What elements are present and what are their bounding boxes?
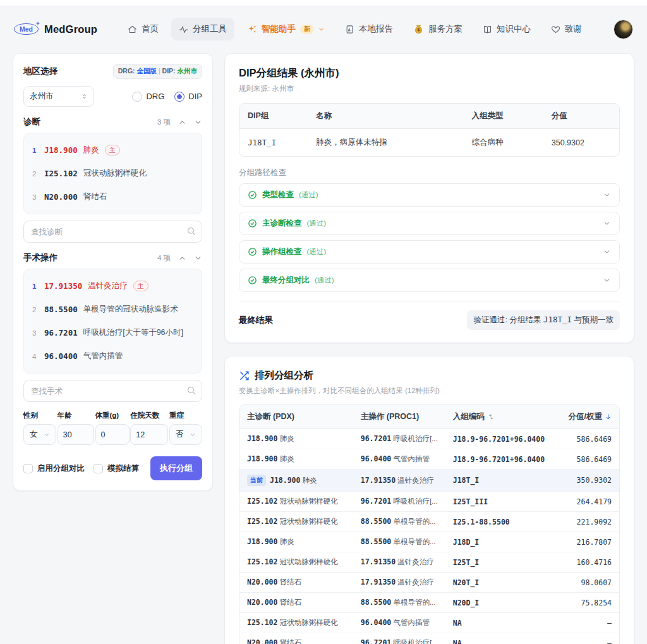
permutation-row[interactable]: 当前J18.900 肺炎 17.91350 温针灸治疗 J18T_I 350.9…: [239, 470, 619, 492]
proc-code: 88.5500: [361, 598, 391, 607]
simulate-settlement-checkbox[interactable]: 模拟结算: [94, 463, 139, 474]
check-item-operation-group[interactable]: 操作组检查 (通过): [239, 240, 620, 264]
check-circle-icon: [248, 247, 257, 257]
nav-item-local-report[interactable]: 本地报告: [337, 18, 401, 40]
permutation-row[interactable]: I25.102 冠状动脉粥样硬化 96.0400 气管内插管 NA –: [239, 613, 619, 633]
operations-section-title: 手术操作: [23, 252, 57, 264]
operation-code: 17.91350: [44, 281, 82, 291]
money-bag-icon: $: [413, 24, 424, 35]
group-code: NA: [453, 619, 462, 628]
select-updown-icon: [81, 93, 88, 100]
col-header-group-code[interactable]: 入组编码: [445, 405, 555, 429]
col-header-name: 名称: [308, 104, 463, 129]
permutation-row[interactable]: N20.000 肾结石 17.91350 温针灸治疗 N20T_I 98.060…: [239, 573, 619, 593]
diagnosis-section-title: 诊断: [23, 116, 40, 128]
collapse-down-icon[interactable]: [194, 118, 202, 126]
enable-compare-checkbox[interactable]: 启用分组对比: [23, 463, 85, 474]
check-item-final-compare[interactable]: 最终分组对比 (通过): [239, 269, 620, 292]
item-number: 1: [32, 283, 39, 290]
gender-value: 女: [30, 429, 38, 440]
severe-select[interactable]: 否: [169, 424, 202, 445]
nav-item-knowledge-center[interactable]: 知识中心: [475, 18, 538, 40]
svg-text:$: $: [417, 27, 420, 32]
group-code: J18T_I: [453, 476, 480, 485]
group-code: N20T_I: [453, 578, 480, 587]
permutation-row[interactable]: N20.000 肾结石 96.7201 呼吸机治疗[... NA –: [239, 633, 619, 644]
proc-code: 17.91350: [361, 476, 396, 485]
nav-item-service-plan[interactable]: $ 服务方案: [406, 18, 470, 40]
final-badge-code: J18T_I: [543, 315, 572, 324]
check-item-type[interactable]: 类型检查 (通过): [239, 183, 620, 207]
pdx-code: J18.900: [247, 454, 277, 463]
heart-icon: [551, 25, 560, 34]
diagnosis-search-input[interactable]: [23, 221, 202, 243]
medgroup-logo-icon: Med: [14, 23, 39, 35]
diagnosis-item[interactable]: 3 N20.000 肾结石: [32, 185, 193, 209]
item-number: 1: [32, 147, 39, 154]
nav-item-ai-assistant[interactable]: 智能助手 新: [239, 18, 332, 40]
permutation-row[interactable]: I25.102 冠状动脉粥样硬化 96.7201 呼吸机治疗[... I25T_…: [239, 492, 619, 512]
brand-name: MedGroup: [44, 23, 97, 35]
proc-code: 96.0400: [361, 618, 391, 627]
nav-item-grouping-tool[interactable]: 分组工具: [171, 18, 234, 40]
pdx-code: J18.900: [247, 537, 277, 546]
pdx-name: 肺炎: [280, 435, 294, 442]
rule-version-badge: DRG: 全国版 | DIP: 永州市: [113, 64, 202, 79]
age-field[interactable]: [57, 424, 94, 445]
operation-item[interactable]: 4 96.0400 气管内插管: [32, 344, 193, 368]
operation-item[interactable]: 3 96.7201 呼吸机治疗[大于等于96小时]: [32, 321, 193, 344]
proc-name: 呼吸机治疗[...: [393, 639, 437, 644]
check-circle-icon: [248, 219, 257, 228]
diagnosis-item[interactable]: 2 I25.102 冠状动脉粥样硬化: [32, 162, 193, 185]
group-code: I25T_III: [453, 497, 488, 506]
permutation-row[interactable]: I25.102 冠状动脉粥样硬化 88.5500 单根导管的... I25.1-…: [239, 512, 619, 532]
nav-item-home[interactable]: 首页: [120, 18, 166, 40]
brand[interactable]: Med MedGroup: [14, 23, 97, 35]
operation-name: 单根导管的冠状动脉造影术: [83, 304, 178, 315]
operation-item[interactable]: 2 88.5500 单根导管的冠状动脉造影术: [32, 298, 193, 321]
chevron-down-icon: [603, 276, 611, 284]
weight-field[interactable]: [95, 424, 130, 445]
diagnosis-item[interactable]: 1 J18.900 肺炎 主: [32, 138, 193, 162]
operation-search-input[interactable]: [23, 380, 202, 402]
permutation-row[interactable]: J18.900 肺炎 88.5500 单根导管的... J18D_I 216.7…: [239, 532, 619, 552]
diagnosis-search: [23, 221, 202, 243]
permutation-row[interactable]: I25.102 冠状动脉粥样硬化 17.91350 温针灸治疗 I25T_I 1…: [239, 552, 619, 573]
permutation-card-title: 排列分组分析: [255, 369, 313, 382]
item-number: 2: [32, 170, 39, 178]
group-code: J18.9-96.7201+96.0400: [453, 455, 545, 464]
collapse-down-icon[interactable]: [194, 254, 202, 262]
score-value: 216.7807: [577, 538, 612, 547]
col-header-score-weight[interactable]: 分值/权重: [555, 405, 619, 429]
run-grouping-button[interactable]: 执行分组: [150, 456, 202, 480]
score-value: 586.6469: [577, 455, 612, 464]
path-check-title: 分组路径检查: [239, 167, 620, 178]
diagnosis-code: N20.000: [44, 192, 78, 202]
check-item-label: 最终分组对比: [262, 275, 310, 286]
book-icon: [483, 25, 492, 34]
proc-name: 单根导管的...: [393, 518, 435, 525]
nav-item-thanks[interactable]: 致谢: [543, 18, 590, 40]
chevron-down-icon: [318, 26, 325, 33]
radio-drg[interactable]: DRG: [132, 92, 164, 102]
check-item-label: 类型检查: [262, 190, 294, 200]
check-item-primary-diagnosis[interactable]: 主诊断检查 (通过): [239, 212, 620, 235]
proc-name: 温针灸治疗: [397, 578, 434, 586]
region-select[interactable]: 永州市: [23, 86, 94, 107]
user-avatar[interactable]: [614, 20, 633, 39]
pdx-name: 冠状动脉粥样硬化: [280, 558, 338, 566]
radio-dip[interactable]: DIP: [174, 92, 202, 102]
permutation-row[interactable]: J18.900 肺炎 96.7201 呼吸机治疗[... J18.9-96.72…: [239, 429, 619, 449]
enable-compare-label: 启用分组对比: [37, 463, 85, 474]
length-of-stay-field[interactable]: [130, 424, 168, 445]
gender-select[interactable]: 女: [23, 424, 56, 445]
permutation-row[interactable]: N20.000 肾结石 88.5500 单根导管的... N20D_I 75.8…: [239, 593, 619, 613]
collapse-up-icon[interactable]: [178, 118, 186, 126]
operation-item[interactable]: 1 17.91350 温针灸治疗 主: [32, 274, 193, 298]
rule-source: 规则来源: 永州市: [239, 84, 620, 94]
permutation-row[interactable]: J18.900 肺炎 96.0400 气管内插管 J18.9-96.7201+9…: [239, 449, 619, 470]
pdx-name: 肺炎: [303, 477, 317, 484]
weight-label: 体重(g): [95, 411, 130, 420]
collapse-up-icon[interactable]: [178, 254, 186, 262]
chevron-down-icon: [603, 248, 611, 256]
